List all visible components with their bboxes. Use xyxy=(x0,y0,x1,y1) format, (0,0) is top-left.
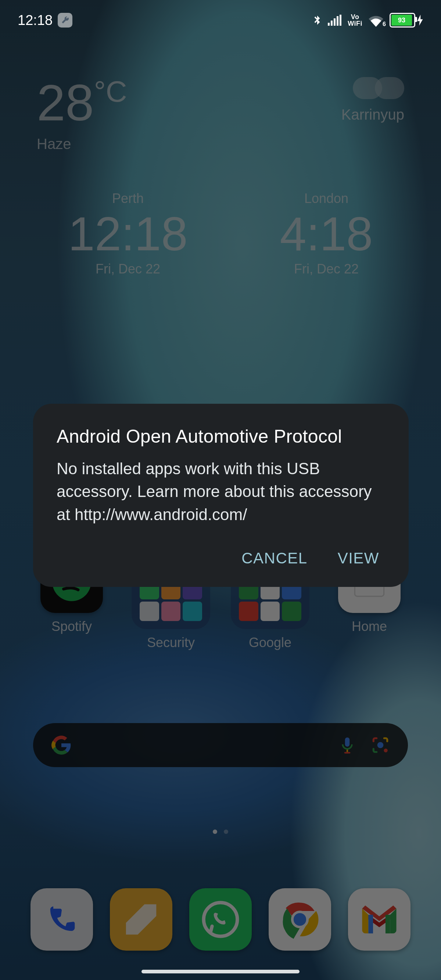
status-clock: 12:18 xyxy=(18,13,53,28)
svg-rect-17 xyxy=(328,23,330,26)
status-bar: 12:18 Vo WiFi 6 xyxy=(0,0,441,40)
cellular-signal-icon xyxy=(328,14,342,26)
dialog-title: Android Open Automotive Protocol xyxy=(57,426,385,447)
svg-rect-21 xyxy=(340,15,341,26)
battery-level: 93 xyxy=(391,15,412,26)
vowifi-label-bottom: WiFi xyxy=(348,20,362,27)
vowifi-indicator: Vo WiFi xyxy=(348,14,362,27)
gesture-nav-handle[interactable] xyxy=(142,970,299,974)
battery-indicator: 93 xyxy=(390,13,423,27)
cancel-button[interactable]: CANCEL xyxy=(239,547,310,570)
dialog-actions: CANCEL VIEW xyxy=(57,547,385,570)
charging-bolt-icon xyxy=(417,15,423,26)
svg-rect-19 xyxy=(334,18,336,26)
vowifi-label-top: Vo xyxy=(351,14,360,20)
wifi-icon: 6 xyxy=(368,14,384,27)
svg-rect-18 xyxy=(331,21,332,26)
view-button[interactable]: VIEW xyxy=(336,547,382,570)
wifi-band-badge: 6 xyxy=(383,21,386,27)
usb-accessory-dialog: Android Open Automotive Protocol No inst… xyxy=(33,404,409,587)
dialog-body: No installed apps work with this USB acc… xyxy=(57,457,385,526)
bluetooth-icon xyxy=(312,13,323,27)
svg-rect-20 xyxy=(337,16,339,26)
wrench-icon xyxy=(58,13,72,27)
